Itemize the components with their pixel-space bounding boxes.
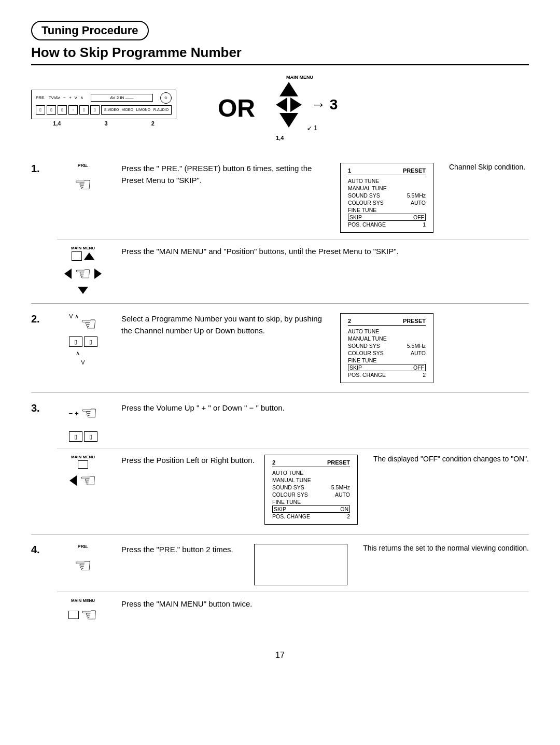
step-1: 1. PRE. ☞ Press the " PRE." (PRESET) but… (31, 153, 529, 304)
step-1b-icons: MAIN MENU ☞ (57, 246, 109, 294)
step-4a-menu (254, 544, 347, 585)
step-4b: MAIN MENU ☞ Press the "MAIN MENU" button… (57, 592, 529, 626)
step-4-number: 4. (31, 544, 47, 556)
step-1a-icons: PRE. ☞ (57, 163, 109, 196)
step-4b-content: Press the "MAIN MENU" button twice. (116, 598, 529, 614)
step-3b-text: Press the Position Left or Right button. (121, 455, 257, 467)
step-3b: MAIN MENU ☞ Press the Position Left or R… (57, 448, 529, 525)
step-4a-content: Press the "PRE." button 2 times. (116, 544, 247, 560)
step-1a-content: Press the " PRE." (PRESET) button 6 time… (116, 163, 333, 190)
step-4a-text: Press the "PRE." button 2 times. (121, 544, 247, 556)
remote-box-left: PRE. TV/AV −+ V∧ AV 2 IN —— ⊙ ▯ ▯ ▯ ↑ ▯ … (31, 90, 176, 119)
step-1a-menu: 1PRESET AUTO TUNE MANUAL TUNE SOUND SYS5… (340, 163, 433, 233)
title-badge: Tuning Procedure (31, 21, 149, 40)
step-3: 3. − + ☞ ▯ ▯ Press the Volume Up " + " o… (31, 393, 529, 535)
step-2a-content: Select a Programme Number you want to sk… (116, 313, 333, 341)
page-number: 17 (31, 651, 529, 660)
step-1b-text: Press the "MAIN MENU" and "Position" but… (121, 246, 529, 258)
step-3b-menu: 2PRESET AUTO TUNE MANUAL TUNE SOUND SYS5… (264, 455, 358, 525)
step-3b-icons: MAIN MENU ☞ (57, 455, 109, 491)
step-1-number: 1. (31, 163, 47, 175)
step-1a: PRE. ☞ Press the " PRE." (PRESET) button… (57, 163, 529, 233)
remote-right: MAIN MENU → 3 ↙ 1 1,4 (276, 75, 343, 141)
step-4a-icons: PRE. ☞ (57, 544, 109, 577)
step-1b-content: Press the "MAIN MENU" and "Position" but… (116, 246, 529, 262)
step-3-number: 3. (31, 402, 47, 414)
step-4b-icons: MAIN MENU ☞ (57, 598, 109, 626)
step-3a-content: Press the Volume Up " + " or Down " − " … (116, 402, 529, 418)
step-4b-text: Press the "MAIN MENU" button twice. (121, 598, 529, 610)
section-heading: How to Skip Programme Number (31, 45, 529, 65)
step-3a: − + ☞ ▯ ▯ Press the Volume Up " + " or D… (57, 402, 529, 442)
remote-diagram: PRE. TV/AV −+ V∧ AV 2 IN —— ⊙ ▯ ▯ ▯ ↑ ▯ … (31, 75, 529, 141)
step-4: 4. PRE. ☞ Press the "PRE." button 2 time… (31, 535, 529, 635)
step-4a-note: This returns the set to the normal viewi… (355, 544, 529, 552)
step-1a-text: Press the " PRE." (PRESET) button 6 time… (121, 163, 333, 186)
step-3a-icons: − + ☞ ▯ ▯ (57, 402, 109, 442)
remote-num-labels: 1,4 3 2 (31, 120, 176, 126)
step-3b-note: The displayed "OFF" condition changes to… (365, 455, 529, 463)
step-2a-icons: V ∧ ☞ ▯ ▯ ∧ V (57, 313, 109, 366)
or-text: OR (218, 94, 255, 122)
step-2a-text: Select a Programme Number you want to sk… (121, 313, 333, 336)
step-1b: MAIN MENU ☞ (57, 239, 529, 294)
step-2-number: 2. (31, 313, 47, 325)
step-4a: PRE. ☞ Press the "PRE." button 2 times. … (57, 544, 529, 585)
step-2a-menu: 2PRESET AUTO TUNE MANUAL TUNE SOUND SYS5… (340, 313, 433, 383)
step-3b-content: Press the Position Left or Right button. (116, 455, 257, 471)
step-3a-text: Press the Volume Up " + " or Down " − " … (121, 402, 529, 414)
step-2: 2. V ∧ ☞ ▯ ▯ ∧ (31, 304, 529, 393)
step-2a: V ∧ ☞ ▯ ▯ ∧ V Select a Programm (57, 313, 529, 383)
step-1a-note: Channel Skip condition. (441, 163, 529, 171)
